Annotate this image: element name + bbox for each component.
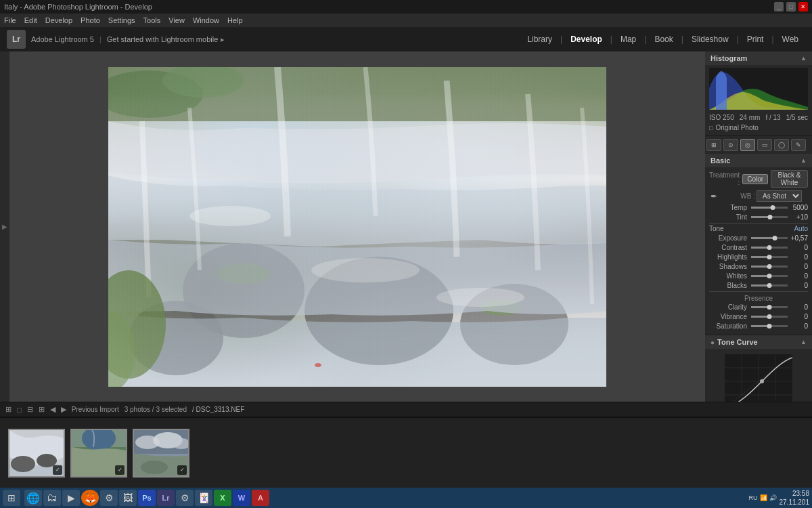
taskbar-photos[interactable]: 🖼	[119, 490, 137, 506]
svg-point-16	[11, 456, 35, 472]
filmstrip-loupe-btn[interactable]: □	[17, 406, 22, 414]
develop-tools: ⊞ ⊙ ◎ ▭ ◯ ✎	[705, 136, 812, 154]
svg-point-3	[183, 243, 304, 338]
filmstrip-next-btn[interactable]: ▶	[61, 405, 66, 414]
taskbar-media[interactable]: ▶	[62, 490, 80, 506]
start-button[interactable]: ⊞	[3, 490, 20, 506]
sys-tray: RU 📶 🔊	[749, 494, 777, 501]
film-thumb-2[interactable]: ✓	[70, 429, 127, 478]
module-nav: Library | Develop | Map | Book | Slidesh…	[520, 32, 805, 47]
taskbar-cards[interactable]: 🃏	[195, 490, 212, 506]
taskbar-excel[interactable]: X	[214, 490, 231, 506]
tone-curve-canvas[interactable]	[725, 354, 792, 402]
taskbar-ie[interactable]: 🌐	[24, 490, 42, 506]
original-photo: Original Photo	[709, 123, 808, 133]
module-slideshow[interactable]: Slideshow	[685, 32, 736, 47]
volume-icon: 🔊	[769, 494, 777, 501]
menu-window[interactable]: Window	[193, 16, 219, 24]
filmstrip-compare-btn[interactable]: ⊟	[27, 405, 33, 414]
wb-eyedropper[interactable]: ✒	[709, 192, 719, 201]
shadows-row: Shadows 0	[709, 263, 808, 270]
tint-slider[interactable]	[751, 216, 788, 218]
adjustment-brush-tool[interactable]: ✎	[791, 139, 806, 151]
svg-point-8	[480, 299, 521, 316]
auto-tone-button[interactable]: Auto	[794, 225, 808, 232]
tone-curve-header[interactable]: ● Tone Curve ▲	[705, 335, 812, 349]
blacks-slider[interactable]	[751, 284, 788, 287]
svg-point-2	[162, 67, 244, 98]
menu-tools[interactable]: Tools	[143, 16, 161, 24]
menu-view[interactable]: View	[168, 16, 185, 24]
contrast-label: Contrast	[709, 244, 750, 251]
temp-row: Temp 5000	[709, 204, 808, 211]
main-image-viewer[interactable]	[108, 67, 606, 387]
taskbar-firefox[interactable]: 🦊	[81, 490, 99, 506]
module-print[interactable]: Print	[740, 32, 771, 47]
wb-select[interactable]: As Shot Auto Daylight Cloudy	[757, 190, 802, 202]
spot-removal-tool[interactable]: ⊙	[723, 139, 738, 151]
module-web[interactable]: Web	[775, 32, 805, 47]
taskbar-word[interactable]: W	[233, 490, 250, 506]
filmstrip-controls: ⊞ □ ⊟ ⊞ ◀ ▶ Previous Import 3 photos / 3…	[0, 402, 812, 417]
menu-develop[interactable]: Develop	[45, 16, 72, 24]
top-navigation: Lr Adobe Lightroom 5 | Get started with …	[0, 27, 812, 51]
module-map[interactable]: Map	[614, 32, 643, 47]
lr-logo: Lr	[7, 30, 26, 49]
graduated-filter-tool[interactable]: ▭	[757, 139, 772, 151]
basic-header[interactable]: Basic ▲	[705, 154, 812, 167]
taskbar-explorer[interactable]: 🗂	[43, 490, 61, 506]
module-book[interactable]: Book	[648, 32, 679, 47]
vibrance-slider[interactable]	[751, 316, 788, 318]
highlights-slider[interactable]	[751, 256, 788, 258]
module-library[interactable]: Library	[520, 32, 559, 47]
filmstrip-count: 3 photos / 3 selected	[125, 406, 187, 413]
close-button[interactable]: ✕	[798, 2, 808, 12]
whites-slider[interactable]	[751, 275, 788, 277]
clarity-label: Clarity	[709, 303, 750, 311]
taskbar: ⊞ 🌐 🗂 ▶ 🦊 ⚙ 🖼 Ps Lr ⚙ 🃏 X W A RU 📶 🔊 23:…	[0, 488, 812, 508]
filmstrip-prev-btn[interactable]: ◀	[50, 405, 55, 414]
menu-edit[interactable]: Edit	[24, 16, 37, 24]
tone-curve-section: ● Tone Curve ▲ Sync... Reset Filter : Fi…	[705, 335, 812, 402]
shadows-label: Shadows	[709, 263, 750, 270]
whites-label: Whites	[709, 272, 750, 280]
menu-file[interactable]: File	[4, 16, 16, 24]
radial-filter-tool[interactable]: ◯	[774, 139, 789, 151]
menu-photo[interactable]: Photo	[81, 16, 100, 24]
crop-tool[interactable]: ⊞	[706, 139, 721, 151]
exposure-slider[interactable]	[751, 237, 788, 239]
taskbar-settings[interactable]: ⚙	[176, 490, 194, 506]
bw-button[interactable]: Black & White	[771, 170, 808, 188]
maximize-button[interactable]: □	[786, 2, 796, 12]
contrast-slider[interactable]	[751, 247, 788, 249]
treatment-label: Treatment :	[709, 171, 740, 186]
module-develop[interactable]: Develop	[564, 32, 609, 47]
temp-slider[interactable]	[751, 207, 788, 209]
red-eye-tool[interactable]: ◎	[740, 139, 755, 151]
saturation-slider[interactable]	[751, 325, 788, 327]
taskbar-pdf[interactable]: A	[252, 490, 269, 506]
menu-help[interactable]: Help	[227, 16, 243, 24]
highlights-row: Highlights 0	[709, 253, 808, 261]
vibrance-row: Vibrance 0	[709, 313, 808, 320]
film-thumb-3[interactable]: ✓	[133, 429, 189, 478]
meta-info: ISO 250 24 mm f / 13 1/5 sec	[709, 112, 808, 123]
shadows-slider[interactable]	[751, 266, 788, 268]
mobile-subtitle[interactable]: Get started with Lightroom mobile	[107, 35, 218, 43]
histogram-header[interactable]: Histogram ▲	[705, 51, 812, 65]
app-name: Adobe Lightroom 5	[31, 35, 94, 43]
svg-point-7	[217, 263, 271, 284]
filmstrip-grid-btn[interactable]: ⊞	[5, 405, 12, 414]
left-panel-toggle[interactable]: ▶	[0, 51, 9, 402]
menubar: File Edit Develop Photo Settings Tools V…	[0, 14, 812, 27]
film-thumb-1[interactable]: ✓	[8, 429, 65, 478]
clarity-slider[interactable]	[751, 306, 788, 308]
taskbar-lr[interactable]: Lr	[157, 490, 175, 506]
color-button[interactable]: Color	[742, 174, 768, 184]
taskbar-ps[interactable]: Ps	[138, 490, 156, 506]
menu-settings[interactable]: Settings	[108, 16, 135, 24]
filmstrip-survey-btn[interactable]: ⊞	[39, 405, 45, 414]
taskbar-chrome[interactable]: ⚙	[100, 490, 118, 506]
minimize-button[interactable]: _	[774, 2, 784, 12]
shadows-value: 0	[789, 263, 808, 270]
